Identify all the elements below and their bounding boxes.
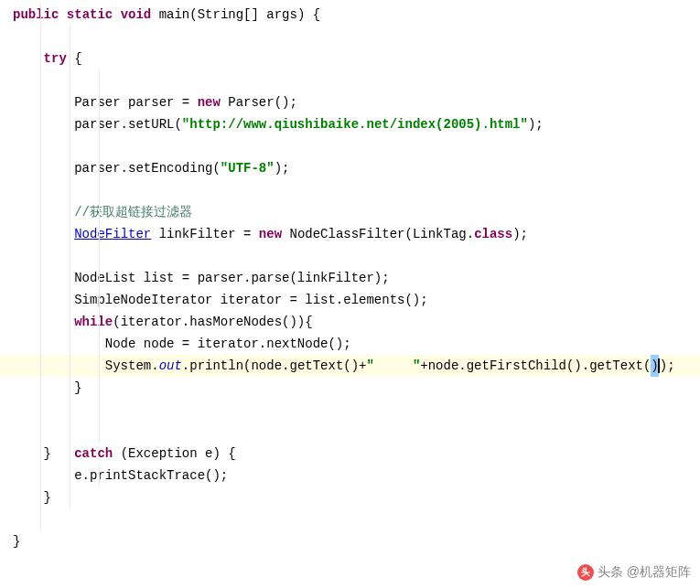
code-line: Node node = iterator.nextNode(); (0, 333, 700, 355)
code-line: } catch (Exception e) { (0, 443, 700, 465)
code-line (0, 399, 700, 421)
code-line: //获取超链接过滤器 (0, 201, 700, 223)
code-line: SimpleNodeIterator iterator = list.eleme… (0, 289, 700, 311)
code-line (0, 69, 700, 91)
watermark: 头 头条 @机器矩阵 (577, 564, 691, 581)
code-line: while(iterator.hasMoreNodes()){ (0, 311, 700, 333)
code-line: Parser parser = new Parser(); (0, 91, 700, 113)
code-line (0, 179, 700, 201)
code-line: } (0, 377, 700, 399)
code-line: parser.setURL("http://www.qiushibaike.ne… (0, 113, 700, 135)
code-editor[interactable]: public static void main(String[] args) {… (0, 0, 700, 556)
code-line: NodeFilter linkFilter = new NodeClassFil… (0, 223, 700, 245)
code-line: public static void main(String[] args) { (0, 4, 700, 26)
code-line (0, 508, 700, 530)
code-line: try { (0, 48, 700, 69)
code-line (0, 135, 700, 157)
code-line: } (0, 486, 700, 508)
code-line: NodeList list = parser.parse(linkFilter)… (0, 267, 700, 289)
code-line (0, 421, 700, 443)
code-line: e.printStackTrace(); (0, 465, 700, 486)
code-line-active: System.out.println(node.getText()+" "+no… (0, 355, 700, 377)
code-line: } (0, 530, 700, 552)
watermark-text: 头条 @机器矩阵 (598, 564, 691, 581)
code-line: parser.setEncoding("UTF-8"); (0, 157, 700, 179)
toutiao-icon: 头 (577, 564, 594, 581)
code-line (0, 245, 700, 267)
code-line (0, 26, 700, 48)
